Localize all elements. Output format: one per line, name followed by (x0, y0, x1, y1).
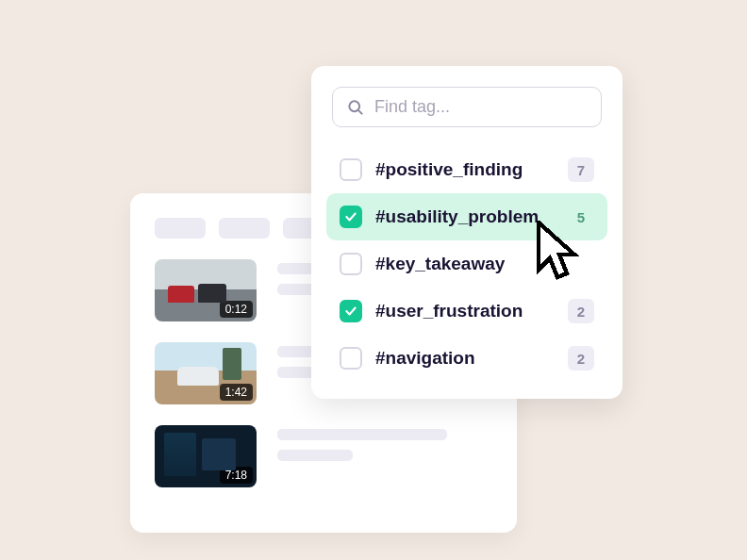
tag-label: #positive_finding (375, 159, 555, 180)
tag-count-badge: 7 (568, 157, 594, 182)
tag-item-navigation[interactable]: #navigation 2 (326, 335, 607, 382)
checkbox[interactable] (340, 300, 362, 322)
tag-label: #key_takeaway (375, 254, 555, 274)
video-duration: 0:12 (220, 301, 253, 318)
tag-count-badge: 2 (568, 346, 594, 371)
video-row[interactable]: 7:18 (155, 425, 492, 487)
tag-item-key-takeaway[interactable]: #key_takeaway (326, 240, 607, 288)
tag-label: #navigation (375, 348, 555, 369)
tag-label: #usability_problem (375, 206, 555, 227)
video-duration: 7:18 (220, 467, 253, 484)
tag-item-usability-problem[interactable]: #usability_problem 5 (326, 193, 607, 240)
checkbox[interactable] (340, 158, 362, 181)
video-meta-placeholder (277, 425, 492, 470)
tag-item-user-frustration[interactable]: #user_frustration 2 (326, 288, 607, 335)
video-thumbnail[interactable]: 0:12 (155, 259, 257, 321)
tag-label: #user_frustration (375, 301, 555, 321)
tag-count-badge: 5 (568, 205, 594, 229)
svg-line-1 (358, 109, 362, 113)
placeholder-pill (219, 218, 270, 239)
video-duration: 1:42 (220, 384, 253, 401)
checkbox[interactable] (340, 347, 362, 370)
checkbox[interactable] (340, 253, 362, 275)
placeholder-pill (155, 218, 206, 239)
search-field-wrap[interactable] (332, 87, 602, 127)
video-thumbnail[interactable]: 1:42 (155, 342, 257, 404)
tag-picker-card: #positive_finding 7 #usability_problem 5… (311, 66, 622, 399)
video-thumbnail[interactable]: 7:18 (155, 425, 257, 487)
checkbox[interactable] (340, 206, 362, 228)
search-input[interactable] (374, 97, 588, 117)
tag-item-positive-finding[interactable]: #positive_finding 7 (326, 146, 607, 193)
search-icon (346, 98, 365, 117)
tag-count-badge: 2 (568, 299, 594, 323)
